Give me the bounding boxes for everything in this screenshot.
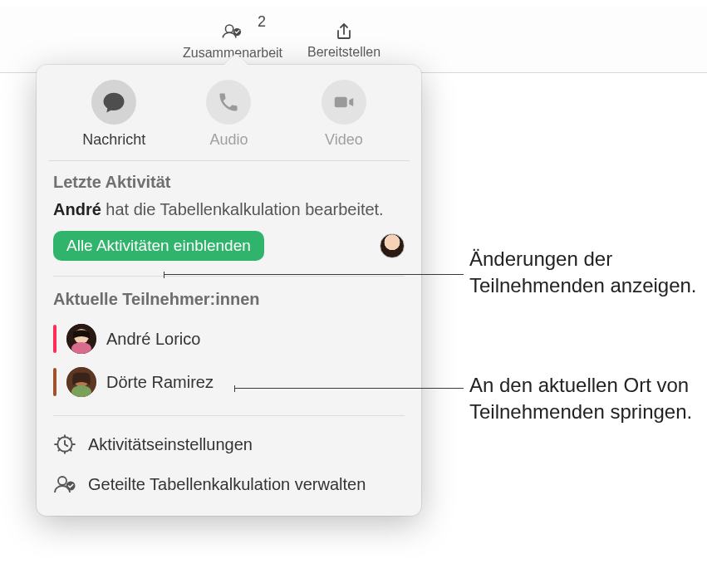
manage-shared-row[interactable]: Geteilte Tabellenkalkulation verwalten (53, 464, 405, 504)
activity-settings-row[interactable]: Aktivitätseinstellungen (53, 424, 405, 464)
gear-clock-icon (53, 433, 76, 456)
participants-title: Aktuelle Teilnehmer:innen (53, 290, 405, 309)
share-icon (332, 20, 356, 43)
comm-message-label: Nachricht (82, 131, 145, 149)
comm-audio-label: Audio (209, 131, 248, 149)
recent-activity-section: Letzte Aktivität André hat die Tabellenk… (37, 161, 421, 516)
svg-rect-2 (335, 97, 347, 108)
participant-row[interactable]: Dörte Ramirez (53, 360, 405, 404)
svg-point-10 (58, 477, 66, 485)
communication-row: Nachricht Audio Video (48, 65, 410, 161)
message-icon (91, 80, 136, 125)
callout-changes: Änderungen der Teilnehmenden anzeigen. (469, 246, 707, 300)
show-all-activities-button[interactable]: Alle Aktivitäten einblenden (53, 231, 264, 261)
activity-settings-label: Aktivitätseinstellungen (88, 435, 253, 454)
callout-line (235, 388, 464, 389)
svg-point-0 (225, 25, 233, 32)
comm-video-label: Video (325, 131, 363, 149)
video-icon (322, 80, 366, 125)
people-check-icon (53, 473, 76, 496)
participant-row[interactable]: André Lorico (53, 317, 405, 360)
callout-line (164, 274, 464, 275)
comm-video[interactable]: Video (287, 80, 401, 149)
collaboration-badge: 2 (258, 13, 266, 31)
presence-indicator (53, 325, 56, 353)
phone-icon (206, 80, 251, 125)
activity-avatar[interactable] (380, 233, 405, 258)
settings-section: Aktivitätseinstellungen Geteilte Tabelle… (53, 416, 405, 516)
toolbar-share[interactable]: Bereitstellen (307, 7, 381, 72)
activity-actor: André (53, 200, 101, 218)
toolbar-share-label: Bereitstellen (307, 45, 381, 60)
participant-name: Dörte Ramirez (106, 373, 214, 392)
manage-shared-label: Geteilte Tabellenkalkulation verwalten (88, 475, 366, 494)
presence-indicator (53, 368, 56, 396)
window-toolbar: Zusammenarbeit 2 Zusammenarbeit Bereitst… (0, 7, 707, 73)
avatar (66, 367, 96, 397)
current-participants-section: Aktuelle Teilnehmer:innen André Lorico D… (53, 277, 405, 416)
collaboration-icon (221, 19, 244, 42)
activity-action: hat die Tabellenkalkulation bearbeitet. (101, 200, 384, 218)
avatar (66, 324, 96, 354)
callout-jump: An den aktuellen Ort von Teilnehmenden s… (469, 372, 707, 426)
activity-description: André hat die Tabellenkalkulation bearbe… (53, 200, 405, 219)
recent-activity-title: Letzte Aktivität (53, 173, 405, 192)
participant-name: André Lorico (106, 330, 200, 349)
comm-audio[interactable]: Audio (171, 80, 286, 149)
comm-message[interactable]: Nachricht (56, 80, 171, 149)
collaboration-popover: Nachricht Audio Video Letzte Aktivität A… (37, 65, 421, 516)
